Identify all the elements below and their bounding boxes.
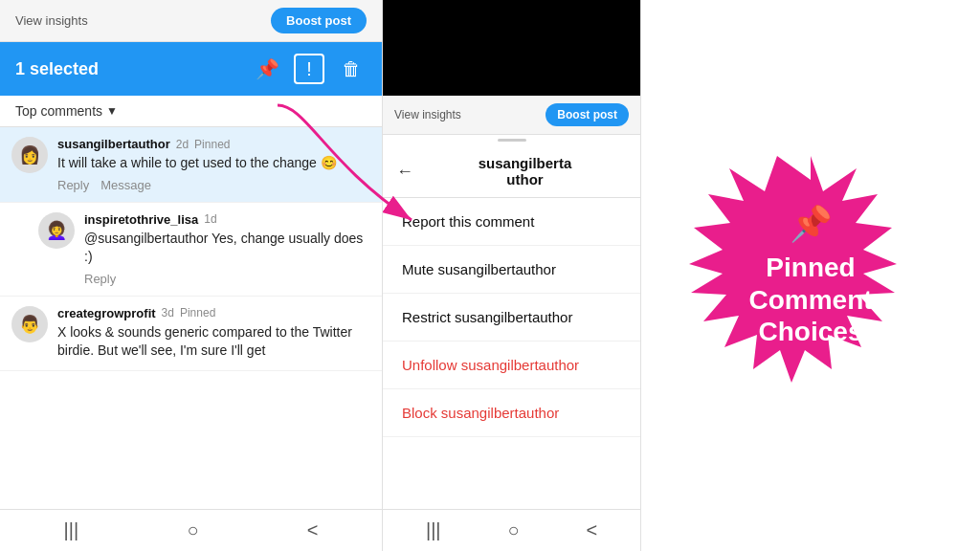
pin-emoji: 📌 xyxy=(790,203,833,244)
report-comment-item[interactable]: Report this comment xyxy=(383,198,640,246)
middle-view-insights[interactable]: View insights xyxy=(394,108,461,121)
starburst-content: 📌 Pinned Comment Choices xyxy=(729,184,891,367)
comment-meta: creategrowprofit 3d Pinned xyxy=(57,306,370,320)
starburst-line3: Choices xyxy=(748,316,872,348)
left-view-insights[interactable]: View insights xyxy=(15,13,88,28)
selected-bar: 1 selected 📌 ! 🗑 xyxy=(0,42,382,96)
mute-item[interactable]: Mute susangilbertauthor xyxy=(383,246,640,294)
pinned-badge: Pinned xyxy=(194,138,230,151)
comment-meta: inspiretothrive_lisa 1d xyxy=(84,212,370,227)
comment-text: It will take a while to get used to the … xyxy=(57,154,370,173)
right-panel: 📌 Pinned Comment Choices xyxy=(641,0,980,551)
nav-back-icon[interactable]: < xyxy=(586,519,597,541)
comment-username: creategrowprofit xyxy=(57,306,156,320)
pinned-badge: Pinned xyxy=(180,306,215,320)
block-item[interactable]: Block susangilbertauthor xyxy=(383,389,640,437)
nav-home-icon[interactable]: ○ xyxy=(187,519,198,541)
left-boost-button[interactable]: Boost post xyxy=(271,8,367,33)
nav-home-icon[interactable]: ○ xyxy=(507,519,519,541)
pin-icon[interactable]: 📌 xyxy=(252,54,282,84)
trash-icon[interactable]: 🗑 xyxy=(336,54,367,84)
avatar: 👩 xyxy=(11,137,48,173)
middle-username: susangilbertauthor xyxy=(423,155,627,187)
starburst: 📌 Pinned Comment Choices xyxy=(686,151,935,400)
middle-nav-bar: ||| ○ < xyxy=(383,509,640,551)
selected-count-label: 1 selected xyxy=(15,59,240,79)
starburst-line2: Comment xyxy=(748,284,872,317)
avatar: 👨 xyxy=(11,306,48,342)
comment-actions: Reply Message xyxy=(57,178,370,192)
comment-username: inspiretothrive_lisa xyxy=(84,212,198,227)
comment-text: X looks & sounds generic compared to the… xyxy=(57,323,370,361)
comment-text: @susangilbertauthor Yes, change usually … xyxy=(84,230,370,267)
nav-menu-icon[interactable]: ||| xyxy=(426,519,441,541)
comment-item: 👨 creategrowprofit 3d Pinned X looks & s… xyxy=(0,297,382,371)
post-image xyxy=(383,0,640,96)
avatar: 👩‍🦱 xyxy=(38,212,75,249)
comment-actions: Reply xyxy=(84,272,370,286)
chevron-down-icon[interactable]: ▼ xyxy=(106,104,118,118)
reply-action[interactable]: Reply xyxy=(84,272,116,286)
left-phone-panel: View insights Boost post 1 selected 📌 ! … xyxy=(0,0,383,551)
comment-time: 2d xyxy=(176,138,189,151)
nav-back-icon[interactable]: < xyxy=(307,519,319,541)
comment-body: creategrowprofit 3d Pinned X looks & sou… xyxy=(57,306,370,361)
unfollow-item[interactable]: Unfollow susangilbertauthor xyxy=(383,342,640,389)
restrict-item[interactable]: Restrict susangilbertauthor xyxy=(383,294,640,342)
left-insights-bar: View insights Boost post xyxy=(0,0,382,42)
comment-username: susangilbertauthor xyxy=(57,137,170,151)
comment-body: inspiretothrive_lisa 1d @susangilbertaut… xyxy=(84,212,370,286)
middle-nav: ← susangilbertauthor xyxy=(383,145,640,198)
starburst-text: Pinned Comment Choices xyxy=(748,252,872,348)
middle-insights-bar: View insights Boost post xyxy=(383,96,640,135)
comment-meta: susangilbertauthor 2d Pinned xyxy=(57,137,370,151)
alert-icon[interactable]: ! xyxy=(294,54,324,84)
comment-item: 👩‍🦱 inspiretothrive_lisa 1d @susangilber… xyxy=(0,203,382,297)
starburst-line1: Pinned xyxy=(748,252,872,284)
middle-phone-panel: View insights Boost post ← susangilberta… xyxy=(383,0,641,551)
comment-body: susangilbertauthor 2d Pinned It will tak… xyxy=(57,137,370,192)
left-nav-bar: ||| ○ < xyxy=(0,509,382,551)
menu-list: Report this comment Mute susangilbertaut… xyxy=(383,198,640,509)
comment-time: 1d xyxy=(204,212,216,226)
middle-boost-button[interactable]: Boost post xyxy=(546,103,629,126)
message-action[interactable]: Message xyxy=(100,178,151,192)
nav-menu-icon[interactable]: ||| xyxy=(64,519,79,541)
back-arrow-icon[interactable]: ← xyxy=(396,162,413,182)
comment-item: 👩 susangilbertauthor 2d Pinned It will t… xyxy=(0,127,382,203)
comment-time: 3d xyxy=(162,306,174,320)
filter-bar: Top comments ▼ xyxy=(0,96,382,127)
filter-label: Top comments xyxy=(15,103,102,119)
comments-list: 👩 susangilbertauthor 2d Pinned It will t… xyxy=(0,127,382,509)
reply-action[interactable]: Reply xyxy=(57,178,89,192)
